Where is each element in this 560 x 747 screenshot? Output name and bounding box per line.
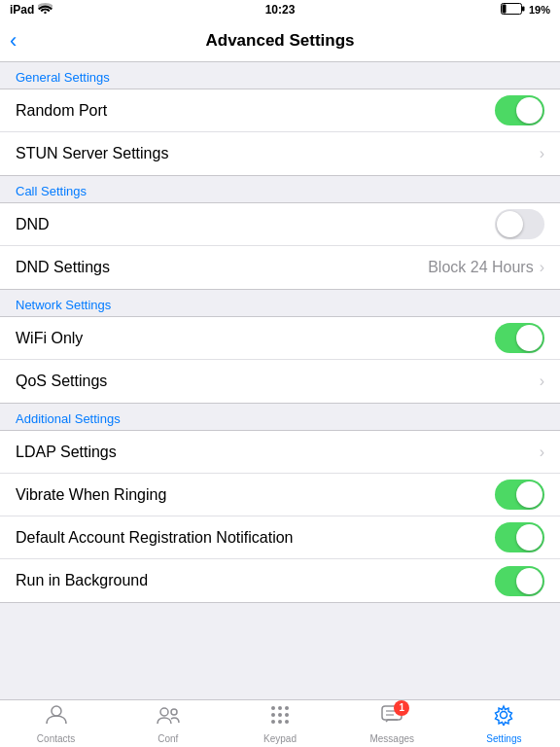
svg-point-6 — [171, 709, 177, 715]
content-spacer — [0, 603, 560, 699]
page-title: Advanced Settings — [205, 31, 354, 51]
row-dnd: DND — [0, 203, 560, 246]
stun-server-label: STUN Server Settings — [16, 145, 168, 162]
row-run-background: Run in Background — [0, 559, 560, 602]
svg-point-7 — [271, 706, 275, 710]
wifi-only-toggle[interactable] — [495, 323, 544, 353]
svg-point-13 — [271, 720, 275, 724]
vibrate-ringing-toggle[interactable] — [495, 480, 544, 510]
svg-point-5 — [160, 708, 168, 716]
general-settings-group: Random Port STUN Server Settings › — [0, 89, 560, 176]
tab-settings[interactable]: Settings — [448, 700, 560, 747]
section-header-additional: Additional Settings — [0, 404, 560, 430]
tab-bar: Contacts Conf — [0, 699, 560, 747]
run-background-toggle[interactable] — [495, 566, 544, 596]
qos-settings-chevron-icon: › — [540, 373, 544, 390]
svg-point-11 — [278, 713, 282, 717]
row-ldap-settings[interactable]: LDAP Settings › — [0, 431, 560, 474]
contacts-tab-label: Contacts — [37, 733, 75, 744]
svg-point-9 — [285, 706, 289, 710]
svg-point-14 — [278, 720, 282, 724]
settings-icon — [492, 704, 515, 731]
conf-icon — [157, 704, 180, 731]
messages-badge: 1 — [394, 700, 409, 716]
svg-point-19 — [501, 711, 508, 718]
keypad-icon — [268, 704, 292, 731]
default-account-notif-toggle[interactable] — [495, 522, 544, 552]
settings-tab-label: Settings — [486, 733, 521, 744]
tab-conf[interactable]: Conf — [112, 700, 224, 747]
row-wifi-only: WiFi Only — [0, 317, 560, 360]
network-settings-group: WiFi Only QoS Settings › — [0, 316, 560, 404]
tab-keypad[interactable]: Keypad — [224, 700, 335, 747]
random-port-label: Random Port — [16, 102, 107, 120]
svg-rect-3 — [502, 5, 506, 14]
battery-icon — [501, 3, 525, 17]
status-left: iPad — [10, 3, 52, 17]
nav-bar: ‹ Advanced Settings — [0, 19, 560, 62]
row-vibrate-ringing: Vibrate When Ringing — [0, 474, 560, 516]
svg-point-15 — [285, 720, 289, 724]
messages-tab-label: Messages — [369, 733, 414, 744]
dnd-toggle[interactable] — [495, 209, 544, 239]
call-settings-group: DND DND Settings Block 24 Hours › — [0, 202, 560, 290]
wifi-only-label: WiFi Only — [16, 330, 83, 347]
status-right: 19% — [501, 3, 550, 17]
stun-server-chevron-icon: › — [540, 145, 544, 162]
svg-point-4 — [52, 706, 61, 716]
svg-point-10 — [271, 713, 275, 717]
status-time: 10:23 — [265, 3, 296, 17]
svg-rect-2 — [522, 7, 525, 12]
row-qos-settings[interactable]: QoS Settings › — [0, 360, 560, 403]
ldap-settings-chevron-icon: › — [540, 444, 544, 461]
dnd-label: DND — [16, 216, 50, 233]
row-random-port: Random Port — [0, 89, 560, 132]
status-bar: iPad 10:23 19% — [0, 0, 560, 19]
default-account-notif-label: Default Account Registration Notificatio… — [16, 529, 293, 547]
qos-settings-label: QoS Settings — [16, 373, 107, 390]
battery-label: 19% — [529, 4, 550, 16]
section-header-network: Network Settings — [0, 290, 560, 316]
svg-point-0 — [45, 12, 47, 14]
messages-icon: 1 — [380, 704, 403, 731]
row-stun-server[interactable]: STUN Server Settings › — [0, 132, 560, 175]
dnd-settings-label: DND Settings — [16, 259, 110, 276]
dnd-settings-value: Block 24 Hours — [428, 259, 534, 276]
row-dnd-settings[interactable]: DND Settings Block 24 Hours › — [0, 246, 560, 289]
svg-point-8 — [278, 706, 282, 710]
carrier-label: iPad — [10, 3, 34, 17]
keypad-tab-label: Keypad — [263, 733, 297, 744]
dnd-settings-chevron-icon: › — [540, 259, 544, 276]
additional-settings-group: LDAP Settings › Vibrate When Ringing Def… — [0, 430, 560, 603]
ldap-settings-label: LDAP Settings — [16, 444, 117, 461]
dnd-settings-right: Block 24 Hours › — [428, 259, 544, 276]
row-default-account-notif: Default Account Registration Notificatio… — [0, 516, 560, 559]
tab-messages[interactable]: 1 Messages — [336, 700, 448, 747]
svg-point-12 — [285, 713, 289, 717]
random-port-toggle[interactable] — [495, 95, 544, 125]
vibrate-ringing-label: Vibrate When Ringing — [16, 486, 166, 504]
section-header-general: General Settings — [0, 62, 560, 89]
content-area: General Settings Random Port STUN Server… — [0, 62, 560, 699]
conf-tab-label: Conf — [158, 733, 178, 744]
wifi-icon — [38, 3, 52, 17]
contacts-icon — [45, 704, 68, 731]
back-button[interactable]: ‹ — [10, 28, 17, 53]
run-background-label: Run in Background — [16, 572, 148, 589]
section-header-call: Call Settings — [0, 176, 560, 202]
tab-contacts[interactable]: Contacts — [0, 700, 112, 747]
